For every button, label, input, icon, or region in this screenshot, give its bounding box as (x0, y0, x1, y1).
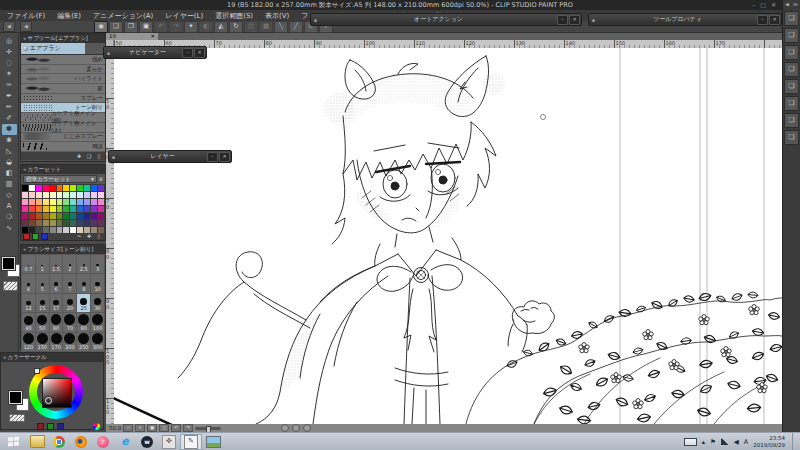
color-swatch[interactable] (98, 220, 104, 226)
color-swatch[interactable] (57, 227, 63, 233)
brush-size-cell[interactable]: 4 (22, 274, 35, 292)
color-swatch[interactable] (63, 227, 69, 233)
delete-color[interactable]: ▯ (95, 233, 103, 239)
actual-size[interactable]: ◻ (159, 424, 169, 432)
subtool-spray[interactable]: スプレー (21, 94, 105, 104)
clock[interactable]: 23:54 2019/09/29 (753, 435, 785, 447)
panel-close-button[interactable]: ✕ (569, 15, 580, 25)
save-file[interactable]: ▣ (139, 21, 153, 33)
color-swatch[interactable] (57, 206, 63, 212)
internet-explorer[interactable]: e (114, 434, 136, 450)
brush-size-cell[interactable]: 100 (91, 313, 104, 331)
clip-studio[interactable]: ✜ (158, 434, 180, 450)
brush-size-cell[interactable]: 6 (50, 274, 63, 292)
brush-size-cell[interactable]: 10 (91, 274, 104, 292)
color-swatch[interactable] (91, 192, 97, 198)
color-swatch[interactable] (29, 206, 35, 212)
color-swatch[interactable] (70, 220, 76, 226)
color-swatch[interactable] (63, 213, 69, 219)
color-swatch[interactable] (84, 192, 90, 198)
color-swatch[interactable] (63, 199, 69, 205)
maximize-button[interactable]: ▢ (760, 0, 766, 10)
color-swatch[interactable] (91, 206, 97, 212)
auto-select-tool[interactable]: ✶ (2, 69, 17, 80)
gradient-tool[interactable]: ▥ (2, 179, 17, 190)
color-swatch[interactable] (43, 185, 49, 191)
rotate-view[interactable]: ↻ (229, 21, 243, 33)
transparent-color-swatch[interactable] (9, 414, 25, 422)
color-swatch[interactable] (22, 199, 28, 205)
material-all-folder[interactable]: ❏ (784, 11, 799, 26)
subtool-stronger[interactable]: 強め (21, 55, 105, 65)
color-swatch[interactable] (22, 185, 28, 191)
brush-tool[interactable]: ✐ (2, 113, 17, 124)
color-swatch[interactable] (36, 220, 42, 226)
collapse-subtool-palette[interactable]: ◀ (20, 21, 32, 32)
airbrush-tool[interactable]: ✽ (2, 124, 17, 135)
delete-subtool[interactable]: ▯ (95, 153, 103, 159)
brush-size-cell[interactable]: 15 (36, 294, 49, 312)
color-swatch[interactable] (22, 206, 28, 212)
brush-size-cell[interactable]: 60 (50, 313, 63, 331)
network-icon[interactable] (721, 438, 729, 445)
brush-size-cell[interactable]: 80 (77, 313, 90, 331)
clip-studio-paint[interactable]: ✎ (180, 434, 202, 450)
brush-size-cell[interactable]: 40 (22, 313, 35, 331)
minimize-button[interactable]: – (752, 0, 755, 10)
color-swatch[interactable] (77, 192, 83, 198)
itunes[interactable]: ♪ (92, 434, 114, 450)
brush-size-cell[interactable]: 1.5 (50, 255, 63, 273)
eyedropper-tool[interactable]: ✑ (2, 80, 17, 91)
color-swatch[interactable] (84, 213, 90, 219)
color-swatch[interactable] (36, 199, 42, 205)
sv-cursor[interactable] (45, 397, 52, 404)
color-swatch[interactable] (29, 185, 35, 191)
zoom-in[interactable]: + (135, 424, 145, 432)
color-swatch[interactable] (77, 206, 83, 212)
navigator-panel-bar[interactable]: ▪ ナビゲーター – ✕ (103, 46, 207, 59)
menu-file[interactable]: ファイル(F) (7, 11, 45, 21)
balloon-tool[interactable]: ❍ (2, 212, 17, 223)
color-swatch[interactable] (98, 185, 104, 191)
color-swatch[interactable] (91, 185, 97, 191)
eraser-tool[interactable]: ◺ (2, 146, 17, 157)
recent-color-chip[interactable] (41, 233, 48, 240)
color-swatch[interactable] (57, 192, 63, 198)
color-swatch[interactable] (50, 206, 56, 212)
dock-expand-icon[interactable]: ≫ (793, 0, 798, 9)
hue-marker[interactable] (34, 368, 40, 374)
duplicate-subtool[interactable]: ❏ (85, 153, 93, 159)
material-manga-folder[interactable]: ❏ (784, 62, 799, 77)
pencil-tool[interactable]: ✏ (2, 102, 17, 113)
menu-view[interactable]: 表示(V) (265, 11, 289, 21)
open-file[interactable]: ❐ (124, 21, 138, 33)
color-swatch[interactable] (36, 185, 42, 191)
color-swatch[interactable] (29, 220, 35, 226)
main-color-swatch[interactable] (2, 257, 15, 270)
brush-size-cell[interactable]: 12 (22, 294, 35, 312)
close-button[interactable]: ✕ (771, 0, 776, 10)
material-monochrome-pattern-folder[interactable]: ❏ (784, 45, 799, 60)
zoom-tool[interactable]: ◎ (2, 36, 17, 47)
brush-size-cell[interactable]: 25 (77, 294, 90, 312)
color-swatch[interactable] (70, 206, 76, 212)
menu-layer[interactable]: レイヤー(L) (165, 11, 203, 21)
brush-size-cell[interactable]: 1 (36, 255, 49, 273)
new-file[interactable]: ❏ (109, 21, 123, 33)
panel-close-button[interactable]: ✕ (194, 48, 205, 58)
brush-size-cell[interactable]: 17 (50, 294, 63, 312)
color-swatch[interactable] (98, 206, 104, 212)
undo[interactable]: ↶ (154, 21, 168, 33)
brush-size-cell[interactable]: 5 (36, 274, 49, 292)
color-swatch[interactable] (29, 213, 35, 219)
firefox[interactable] (70, 434, 92, 450)
color-swatch[interactable] (70, 185, 76, 191)
erase-outside-selection[interactable]: ◭ (214, 21, 228, 33)
panel-minimize-button[interactable]: – (557, 15, 568, 25)
reset-zoom-button[interactable] (281, 424, 289, 432)
brush-size-cell[interactable]: 2.5 (77, 255, 90, 273)
photo-viewer[interactable] (202, 434, 224, 450)
menu-animation[interactable]: アニメーション(A) (93, 11, 153, 21)
color-swatch[interactable] (63, 220, 69, 226)
clip-studio-home[interactable]: ◉ (94, 21, 108, 33)
